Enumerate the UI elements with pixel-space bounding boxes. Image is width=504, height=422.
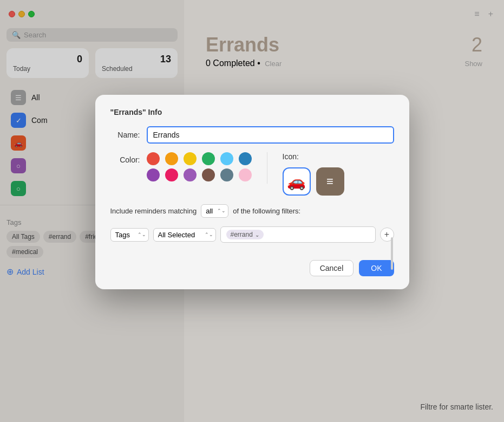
filter-condition-row: Tags Date Priority All Selected Any Sele… (110, 226, 394, 243)
color-lightblue[interactable] (220, 152, 233, 165)
match-select[interactable]: all any (201, 204, 228, 218)
color-grid (147, 152, 254, 181)
cancel-button[interactable]: Cancel (310, 260, 354, 276)
filter-tag-badge[interactable]: #errand ⌄ (226, 230, 264, 239)
color-darkpurple[interactable] (147, 168, 160, 181)
name-input[interactable] (147, 126, 394, 144)
color-blue[interactable] (239, 152, 252, 165)
color-red[interactable] (147, 152, 160, 165)
color-orange[interactable] (165, 152, 178, 165)
filter-condition-container: Tags Date Priority All Selected Any Sele… (110, 226, 394, 243)
tag-value: #errand (231, 231, 253, 238)
icon-list[interactable]: ≡ (316, 167, 344, 196)
color-brown[interactable] (202, 168, 215, 181)
icon-label: Icon: (283, 152, 299, 161)
filter-type-wrapper: Tags Date Priority (110, 228, 149, 242)
color-icon-row: Color: Icon: 🚗 ≡ (110, 152, 394, 196)
color-rose[interactable] (239, 168, 252, 181)
filter-row: Include reminders matching all any of th… (110, 204, 394, 218)
dialog-footer: Cancel OK (110, 256, 394, 276)
include-text: Include reminders matching (110, 207, 197, 215)
errands-info-dialog: "Errands" Info Name: Color: (95, 95, 409, 289)
color-yellow[interactable] (184, 152, 197, 165)
name-label: Name: (110, 131, 140, 139)
of-following-text: of the following filters: (233, 207, 300, 215)
color-label: Color: (110, 155, 140, 164)
icon-row: 🚗 ≡ (283, 167, 344, 196)
ok-button[interactable]: OK (359, 260, 394, 276)
color-green[interactable] (202, 152, 215, 165)
color-pink[interactable] (165, 168, 178, 181)
filter-value-box[interactable]: #errand ⌄ (220, 226, 376, 243)
icon-section: Icon: 🚗 ≡ (283, 152, 344, 196)
scroll-thumb (391, 237, 393, 270)
filter-condition-wrapper: All Selected Any Selected None Selected (153, 228, 216, 242)
name-row: Name: (110, 126, 394, 144)
color-picker (147, 152, 267, 184)
scroll-track (390, 226, 394, 243)
color-slate[interactable] (220, 168, 233, 181)
match-select-wrapper: all any (201, 204, 228, 218)
icon-car[interactable]: 🚗 (283, 167, 311, 196)
chevron-down-icon: ⌄ (255, 232, 259, 238)
filter-condition-select[interactable]: All Selected Any Selected None Selected (153, 228, 216, 242)
filter-type-select[interactable]: Tags Date Priority (110, 228, 149, 242)
color-purple[interactable] (184, 168, 197, 181)
dialog-title: "Errands" Info (110, 108, 394, 116)
